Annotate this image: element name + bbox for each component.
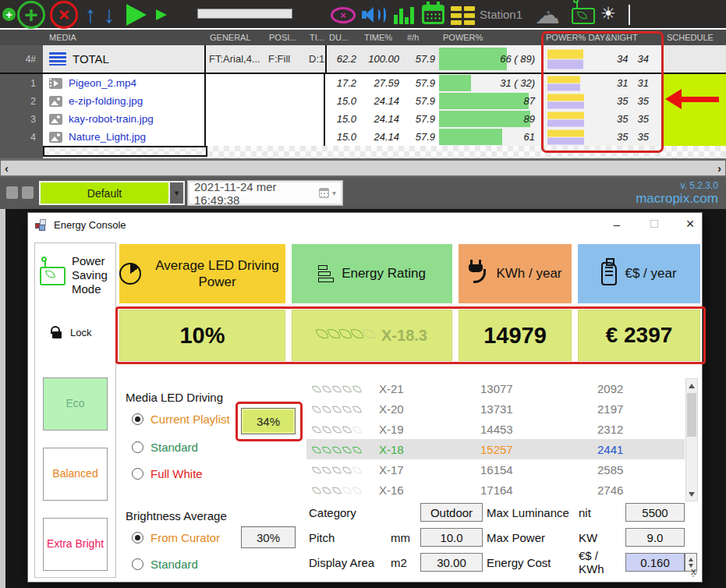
delete-media-button[interactable]: × xyxy=(50,1,78,29)
table-row[interactable]: 3 kay-robot-train.jpg 15.0 24.14 57.9 89… xyxy=(0,110,726,128)
lock-control[interactable]: Lock xyxy=(52,326,91,338)
eco-button[interactable]: Eco xyxy=(43,377,108,430)
datetime-picker[interactable]: 2021-11-24 mer 16:49:38 ▾ xyxy=(187,180,343,206)
signal-levels-icon[interactable] xyxy=(394,5,417,24)
rating-list-scrollbar[interactable] xyxy=(685,378,698,501)
night-value: 35 xyxy=(638,131,649,143)
total-power-cell: 66 ( 89) xyxy=(439,45,542,73)
property-value[interactable]: 5500 xyxy=(625,503,685,522)
rating-rows: X-21 13077 2092 X-20 13731 2197 X-19 144… xyxy=(306,378,698,500)
rating-row[interactable]: X-16 17164 2746 xyxy=(306,480,685,500)
energy-console-icon[interactable] xyxy=(572,8,595,24)
horizontal-scrollbar-track[interactable]: ‹ › xyxy=(1,161,725,175)
radio-full-white[interactable]: Full White xyxy=(132,467,203,480)
lock-icon xyxy=(52,326,63,338)
media-filename[interactable]: Pigeon_2.mp4 xyxy=(69,77,136,89)
total-ti-setting: D:15 xyxy=(306,53,325,65)
column-header-duration[interactable]: DU... xyxy=(325,33,360,42)
media-filename[interactable]: Nature_Light.jpg xyxy=(69,131,146,143)
radio-icon[interactable] xyxy=(132,558,143,570)
scroll-up-icon[interactable] xyxy=(686,380,697,391)
property-value[interactable]: Outdoor xyxy=(420,503,483,522)
column-header-media[interactable]: MEDIA xyxy=(43,33,206,42)
add-media-button[interactable]: + xyxy=(17,1,45,29)
playlist-selector[interactable]: Default xyxy=(39,181,170,205)
brightness-icon[interactable]: ☀ xyxy=(600,4,616,24)
media-filename[interactable]: e-zip-folding.jpg xyxy=(69,95,143,107)
maximize-button[interactable] xyxy=(641,213,668,235)
scroll-right-arrow-icon[interactable]: › xyxy=(717,161,721,175)
column-header-per-h[interactable]: #/h xyxy=(403,33,439,42)
scroll-down-icon[interactable] xyxy=(686,488,697,500)
playlist-selector-caret-icon[interactable]: ▾ xyxy=(170,181,185,205)
radio-icon[interactable] xyxy=(132,413,143,425)
balanced-button[interactable]: Balanced xyxy=(43,448,108,501)
day-bar xyxy=(547,76,580,83)
rating-row[interactable]: X-20 13731 2197 xyxy=(306,398,685,419)
website-link[interactable]: macropix.com xyxy=(636,191,718,207)
hide-preview-icon[interactable]: × xyxy=(331,7,356,23)
radio-icon[interactable] xyxy=(132,441,143,453)
day-value: 35 xyxy=(617,95,628,107)
move-up-button[interactable]: ↑ xyxy=(81,0,100,30)
schedule-cell[interactable] xyxy=(663,128,726,146)
property-value[interactable]: 0.160 xyxy=(625,553,685,572)
toolbar-slider[interactable] xyxy=(197,9,292,19)
metric-headers: Average LED Driving Power Energy Rating … xyxy=(119,244,700,303)
table-row[interactable]: 4 Nature_Light.jpg 15.0 24.14 57.9 61 35… xyxy=(0,128,726,146)
radio-current-playlist[interactable]: Current Playlist xyxy=(132,413,230,426)
resize-grip[interactable] xyxy=(692,572,700,580)
horizontal-scrollbar[interactable]: ‹ › xyxy=(0,158,726,177)
rating-row[interactable]: X-21 13077 2092 xyxy=(306,378,685,398)
layout-grid-icon[interactable] xyxy=(451,6,475,25)
main-toolbar: + + × ↑ ↓ × Station1 ☁ ↑ ☀ xyxy=(0,0,726,30)
power-label: 61 xyxy=(524,128,539,146)
daynight-cell: 3535 xyxy=(542,92,663,110)
radio-icon[interactable] xyxy=(132,468,143,480)
radio-standard-brightness[interactable]: Standard xyxy=(132,558,198,571)
property-value[interactable]: 30.00 xyxy=(420,553,483,572)
media-filename[interactable]: kay-robot-train.jpg xyxy=(69,113,154,125)
night-bar xyxy=(547,137,584,144)
column-header-schedule[interactable]: SCHEDULE xyxy=(663,33,726,42)
property-row: Pitch mm 10.0 xyxy=(309,528,483,547)
rating-row[interactable]: X-17 16154 2585 xyxy=(306,459,685,480)
rating-kwh: 15257 xyxy=(480,443,597,456)
radio-standard-driving[interactable]: Standard xyxy=(132,441,198,454)
minimize-button[interactable]: – xyxy=(604,213,630,235)
date-calendar-icon[interactable] xyxy=(319,188,329,198)
radio-from-curator[interactable]: From Curator xyxy=(132,531,220,544)
column-header-position[interactable]: POSI... xyxy=(265,33,306,42)
per-h-cell: 57.9 xyxy=(403,113,439,125)
scroll-left-arrow-icon[interactable]: ‹ xyxy=(5,161,9,175)
radio-icon[interactable] xyxy=(132,532,143,544)
column-header-power-pct[interactable]: POWER% xyxy=(439,33,542,42)
table-row[interactable]: 2 e-zip-folding.jpg 15.0 24.14 57.9 87 3… xyxy=(0,92,726,110)
schedule-cell[interactable] xyxy=(663,110,726,128)
dialog-title-bar[interactable]: Energy Console – × xyxy=(28,213,702,236)
close-button[interactable]: × xyxy=(677,213,703,235)
date-caret-icon[interactable]: ▾ xyxy=(332,189,336,197)
playlist-menu-icon[interactable] xyxy=(49,52,66,66)
column-header-time-pct[interactable]: TIME% xyxy=(360,33,403,42)
column-header-general[interactable]: GENERAL xyxy=(206,33,265,42)
table-row[interactable]: 1 Pigeon_2.mp4 17.2 27.59 57.9 31 ( 32) … xyxy=(0,74,726,92)
power-bar xyxy=(439,129,502,144)
scrollbar-thumb[interactable] xyxy=(687,393,696,437)
property-value[interactable]: 9.0 xyxy=(625,528,685,547)
calendar-icon[interactable] xyxy=(422,5,444,24)
move-down-button[interactable]: ↓ xyxy=(100,0,119,30)
extra-bright-button[interactable]: Extra Bright xyxy=(43,518,108,571)
rating-row[interactable]: X-19 14453 2312 xyxy=(306,419,685,439)
total-row[interactable]: 4# TOTAL FT:Arial,4... F:Fill D:15 62.2 … xyxy=(0,45,726,74)
add-mini-icon[interactable]: + xyxy=(2,8,16,21)
daynight-cell: 3535 xyxy=(542,110,663,128)
night-value: 35 xyxy=(638,113,649,125)
column-header-ti[interactable]: TI... xyxy=(306,33,325,42)
audio-icon[interactable] xyxy=(360,6,387,23)
column-header-power-daynight[interactable]: POWER% DAY&NIGHT xyxy=(542,33,663,42)
rating-row[interactable]: X-18 15257 2441 xyxy=(306,439,685,459)
play-preview-button[interactable] xyxy=(156,9,167,20)
property-value[interactable]: 10.0 xyxy=(420,528,483,547)
play-button[interactable] xyxy=(126,4,147,26)
